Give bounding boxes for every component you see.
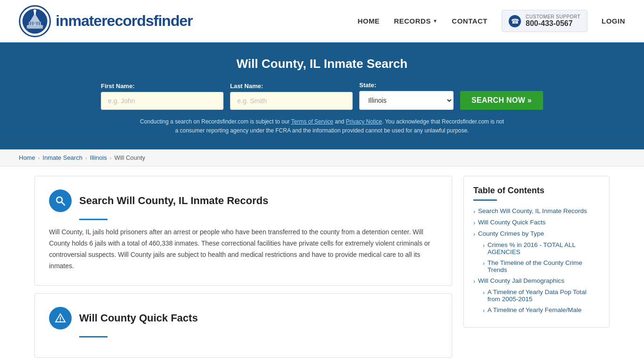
logo-text: inmaterecordsfinder (56, 12, 192, 30)
toc-link[interactable]: ›A Timeline of Yearly Female/Male (483, 306, 600, 314)
quick-facts-card: Will County Quick Facts (34, 293, 452, 358)
login-button[interactable]: LOGIN (602, 17, 625, 25)
toc-item: ›Crimes % in 2016 - TOTAL ALL AGENCIES (473, 241, 600, 255)
svg-rect-9 (39, 22, 40, 25)
toc-link[interactable]: ›County Crimes by Type (473, 230, 600, 238)
state-select[interactable]: Illinois Alabama Alaska Arizona Californ… (359, 91, 454, 110)
first-name-label: First Name: (101, 82, 223, 90)
hero-title: Will County, IL Inmate Search (19, 57, 625, 71)
breadcrumb-will-county: Will County (114, 154, 145, 161)
toc-item: ›Search Will County, IL Inmate Records (473, 207, 600, 215)
toc-link[interactable]: ›A Timeline of Yearly Data Pop Total fro… (483, 288, 600, 303)
state-group: State: Illinois Alabama Alaska Arizona C… (359, 82, 454, 110)
toc-item: ›County Crimes by Type (473, 230, 600, 238)
search-button[interactable]: SEARCH NOW » (460, 91, 543, 110)
hero-disclaimer: Conducting a search on Recordsfinder.com… (138, 117, 506, 135)
hero-section: Will County, IL Inmate Search First Name… (0, 42, 644, 149)
breadcrumb-illinois[interactable]: Illinois (90, 154, 107, 161)
chevron-right-icon: › (473, 208, 475, 215)
inmate-records-card: Search Will County, IL Inmate Records Wi… (34, 176, 452, 285)
chevron-right-icon: › (483, 260, 485, 267)
toc-item: ›A Timeline of Yearly Female/Male (473, 306, 600, 314)
card1-header: Search Will County, IL Inmate Records (49, 189, 438, 212)
toc-link[interactable]: ›The Timeline of the County Crime Trends (483, 259, 600, 273)
phone-icon: ☎ (509, 15, 521, 27)
toc-list: ›Search Will County, IL Inmate Records›W… (473, 207, 600, 314)
card2-title: Will County Quick Facts (79, 312, 198, 324)
last-name-label: Last Name: (230, 82, 353, 90)
breadcrumb-home[interactable]: Home (19, 154, 35, 161)
card1-title-underline (79, 219, 107, 220)
breadcrumb-inmate-search[interactable]: Inmate Search (42, 154, 83, 161)
last-name-group: Last Name: (230, 82, 353, 110)
logo-icon (19, 5, 51, 37)
toc-link[interactable]: ›Search Will County, IL Inmate Records (473, 207, 600, 215)
last-name-input[interactable] (230, 92, 353, 110)
breadcrumb-sep-1: › (38, 155, 40, 161)
toc-item: ›Will County Jail Demographics (473, 277, 600, 285)
toc-link[interactable]: ›Crimes % in 2016 - TOTAL ALL AGENCIES (483, 241, 600, 255)
toc-item: ›The Timeline of the County Crime Trends (473, 259, 600, 273)
chevron-right-icon: › (473, 220, 475, 226)
logo-area: inmaterecordsfinder (19, 5, 192, 37)
svg-rect-2 (27, 25, 43, 29)
sidebar: Table of Contents ›Search Will County, I… (463, 176, 610, 362)
privacy-link[interactable]: Privacy Notice (346, 118, 382, 125)
card2-title-underline (79, 336, 107, 337)
svg-line-11 (62, 202, 65, 205)
nav-home[interactable]: HOME (357, 17, 380, 25)
toc-card: Table of Contents ›Search Will County, I… (463, 176, 610, 328)
breadcrumb-sep-2: › (85, 155, 87, 161)
chevron-right-icon: › (473, 278, 475, 285)
svg-rect-8 (36, 22, 38, 25)
search-form: First Name: Last Name: State: Illinois A… (19, 82, 625, 110)
toc-link[interactable]: ›Will County Quick Facts (473, 219, 600, 226)
svg-rect-7 (32, 22, 33, 25)
support-text: CUSTOMER SUPPORT 800-433-0567 (526, 14, 580, 28)
chevron-right-icon: › (483, 307, 485, 314)
toc-divider (473, 199, 497, 201)
card1-title: Search Will County, IL Inmate Records (79, 195, 268, 207)
first-name-group: First Name: (101, 82, 223, 110)
chevron-down-icon: ▼ (433, 18, 438, 24)
nav-records[interactable]: RECORDS ▼ (394, 17, 438, 25)
chevron-right-icon: › (483, 289, 485, 296)
toc-title: Table of Contents (473, 186, 600, 196)
svg-point-5 (33, 9, 36, 12)
first-name-input[interactable] (101, 92, 223, 110)
main-nav: HOME RECORDS ▼ CONTACT ☎ CUSTOMER SUPPOR… (357, 10, 625, 32)
svg-point-13 (60, 321, 61, 321)
toc-item: ›A Timeline of Yearly Data Pop Total fro… (473, 288, 600, 303)
main-content: Search Will County, IL Inmate Records Wi… (20, 166, 624, 362)
card1-body: Will County, IL jails hold prisoners aft… (49, 227, 438, 272)
site-header: inmaterecordsfinder HOME RECORDS ▼ CONTA… (0, 0, 644, 42)
toc-link[interactable]: ›Will County Jail Demographics (473, 277, 600, 285)
chevron-right-icon: › (483, 242, 485, 249)
content-area: Search Will County, IL Inmate Records Wi… (34, 176, 452, 362)
chevron-right-icon: › (473, 231, 475, 238)
breadcrumb-sep-3: › (110, 155, 112, 161)
toc-item: ›Will County Quick Facts (473, 219, 600, 226)
warning-icon-circle (49, 307, 72, 329)
nav-contact[interactable]: CONTACT (452, 17, 487, 25)
terms-link[interactable]: Terms of Service (291, 118, 333, 125)
svg-rect-6 (30, 22, 31, 25)
support-box: ☎ CUSTOMER SUPPORT 800-433-0567 (502, 10, 587, 32)
search-icon-circle (49, 189, 72, 212)
card2-header: Will County Quick Facts (49, 307, 438, 329)
breadcrumb: Home › Inmate Search › Illinois › Will C… (0, 149, 644, 166)
state-label: State: (359, 82, 454, 89)
